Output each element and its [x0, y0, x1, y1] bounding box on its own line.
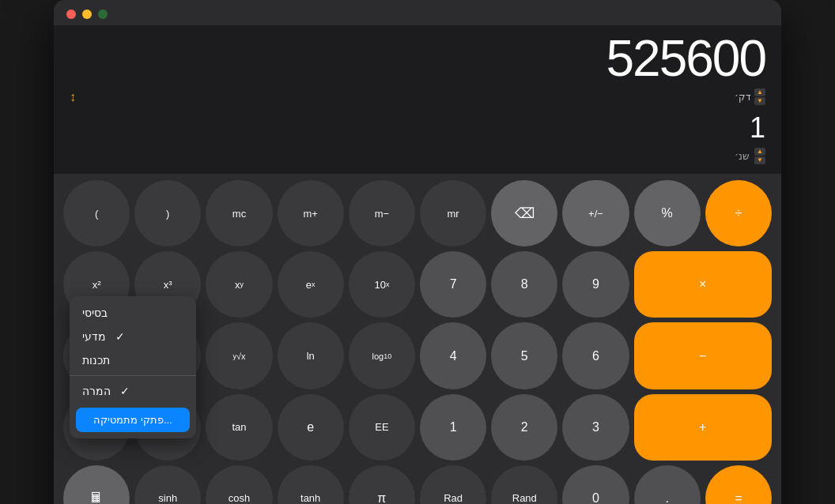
maximize-button[interactable]: [98, 9, 108, 19]
minimize-button[interactable]: [82, 9, 92, 19]
menu-item-basic[interactable]: בסיסי: [70, 301, 196, 325]
btn-rand[interactable]: Rand: [491, 465, 557, 504]
btn-equals[interactable]: =: [705, 465, 772, 504]
calculator-window: 525600 ↕ דק׳ ▲ ▼ 1 שנ׳ ▲ ▼ (: [54, 0, 781, 504]
btn-ex[interactable]: ex: [278, 251, 344, 318]
secondary-row: שנ׳ ▲ ▼: [70, 148, 765, 169]
btn-0[interactable]: 0: [562, 465, 629, 504]
btn-7[interactable]: 7: [420, 251, 486, 318]
btn-e[interactable]: e: [278, 394, 344, 461]
btn-3[interactable]: 3: [562, 394, 629, 461]
btn-minus[interactable]: −: [634, 322, 772, 389]
secondary-unit-down-btn[interactable]: ▼: [754, 156, 765, 164]
btn-mc[interactable]: mc: [206, 180, 272, 246]
main-unit-label: דק׳: [735, 92, 751, 103]
btn-sinh[interactable]: sinh: [134, 465, 201, 504]
btn-backspace[interactable]: ⌫: [491, 180, 557, 246]
btn-close-paren[interactable]: ): [134, 180, 201, 246]
btn-decimal[interactable]: .: [634, 465, 701, 504]
btn-8[interactable]: 8: [491, 251, 557, 318]
sort-icon[interactable]: ↕: [70, 90, 76, 104]
unit-down-btn[interactable]: ▼: [754, 97, 765, 105]
btn-9[interactable]: 9: [562, 251, 629, 318]
btn-plus[interactable]: +: [634, 394, 772, 461]
context-menu: בסיסי מדעי תכנות המרה פתקי מתמטיקה...: [70, 296, 196, 438]
btn-tanh[interactable]: tanh: [278, 465, 344, 504]
display-area: 525600 ↕ דק׳ ▲ ▼ 1 שנ׳ ▲ ▼: [54, 25, 781, 174]
menu-math-notes-btn[interactable]: פתקי מתמטיקה...: [76, 408, 190, 432]
btn-log10[interactable]: log10: [349, 322, 415, 389]
btn-cosh[interactable]: cosh: [206, 465, 272, 504]
btn-mr[interactable]: mr: [420, 180, 486, 246]
btn-divide[interactable]: ÷: [705, 180, 772, 246]
main-display-value: 525600: [70, 33, 765, 87]
main-unit-stepper[interactable]: ▲ ▼: [754, 88, 765, 105]
btn-posneg[interactable]: +/−: [562, 180, 629, 246]
btn-tan[interactable]: tan: [206, 394, 272, 461]
title-bar: [54, 0, 781, 25]
btn-pi[interactable]: π: [349, 465, 415, 504]
btn-multiply[interactable]: ×: [634, 251, 772, 318]
btn-2[interactable]: 2: [491, 394, 557, 461]
secondary-unit-label: שנ׳: [735, 151, 750, 162]
btn-1[interactable]: 1: [420, 394, 486, 461]
btn-ln[interactable]: ln: [278, 322, 344, 389]
btn-open-paren[interactable]: (: [63, 180, 130, 246]
btn-4[interactable]: 4: [420, 322, 486, 389]
secondary-unit-up-btn[interactable]: ▲: [754, 148, 765, 156]
menu-item-conversion[interactable]: המרה: [70, 379, 196, 403]
close-button[interactable]: [66, 9, 76, 19]
btn-xy[interactable]: xy: [206, 251, 272, 318]
btn-mplus[interactable]: m+: [278, 180, 344, 246]
btn-10x[interactable]: 10x: [349, 251, 415, 318]
menu-item-scientific[interactable]: מדעי: [70, 325, 196, 348]
secondary-display-value: 1: [70, 108, 765, 148]
unit-row: ↕ דק׳ ▲ ▼: [70, 87, 765, 108]
btn-sqrty[interactable]: y√x: [206, 322, 272, 389]
menu-item-programming[interactable]: תכנות: [70, 348, 196, 372]
btn-mminus[interactable]: m−: [349, 180, 415, 246]
secondary-unit-stepper[interactable]: ▲ ▼: [754, 148, 765, 164]
btn-6[interactable]: 6: [562, 322, 629, 389]
btn-percent[interactable]: %: [634, 180, 701, 246]
menu-divider: [70, 375, 196, 376]
btn-calculator-icon[interactable]: 🖩: [63, 465, 130, 504]
unit-up-btn[interactable]: ▲: [754, 88, 765, 96]
btn-ee[interactable]: EE: [349, 394, 415, 461]
btn-5[interactable]: 5: [491, 322, 557, 389]
btn-rad[interactable]: Rad: [420, 465, 486, 504]
